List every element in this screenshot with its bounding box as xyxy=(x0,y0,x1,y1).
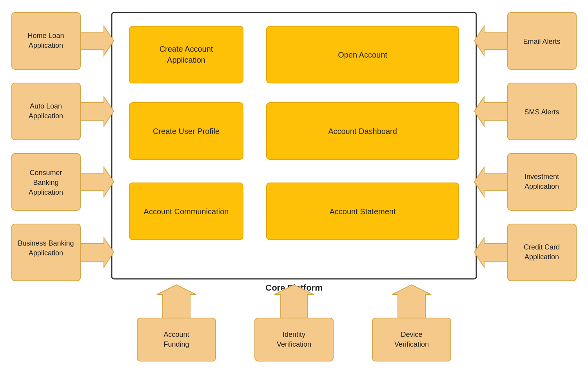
svg-marker-8 xyxy=(80,26,114,56)
svg-rect-6 xyxy=(267,183,459,240)
svg-rect-23 xyxy=(137,318,216,361)
open-account-label: Open Account xyxy=(338,51,387,59)
svg-marker-18 xyxy=(474,97,508,126)
business-banking-label1: Business Banking xyxy=(18,239,74,247)
svg-rect-4 xyxy=(267,103,459,159)
auto-loan-label2: Application xyxy=(29,112,63,120)
svg-marker-26 xyxy=(274,285,314,318)
home-loan-label2: Application xyxy=(29,42,63,49)
investment-label1: Investment xyxy=(524,173,559,181)
svg-rect-3 xyxy=(129,103,243,159)
svg-rect-17 xyxy=(508,83,576,140)
svg-marker-22 xyxy=(474,238,508,267)
home-loan-label1: Home Loan xyxy=(27,32,64,40)
core-platform-label: Core Platform xyxy=(265,283,322,293)
create-account-label2: Application xyxy=(167,56,205,64)
svg-marker-14 xyxy=(80,238,114,267)
svg-rect-27 xyxy=(372,318,451,361)
svg-marker-10 xyxy=(80,97,114,126)
consumer-banking-label3: Application xyxy=(29,188,63,196)
account-statement-label: Account Statement xyxy=(330,207,396,216)
consumer-banking-label1: Consumer xyxy=(29,169,62,177)
svg-rect-7 xyxy=(12,13,80,69)
business-banking-label2: Application xyxy=(29,249,63,257)
svg-rect-1 xyxy=(129,26,243,83)
create-user-profile-label: Create User Profile xyxy=(153,127,220,136)
svg-marker-28 xyxy=(392,285,431,318)
svg-rect-9 xyxy=(12,83,80,140)
consumer-banking-label2: Banking xyxy=(33,179,58,186)
investment-label2: Application xyxy=(524,183,559,190)
architecture-diagram: Core Platform Create Account Application… xyxy=(8,5,580,381)
device-verification-label2: Verification xyxy=(394,340,429,348)
svg-rect-2 xyxy=(267,26,459,83)
sms-alerts-label: SMS Alerts xyxy=(524,108,559,116)
create-account-label: Create Account xyxy=(160,45,213,53)
device-verification-label1: Device xyxy=(401,331,422,338)
svg-rect-15 xyxy=(508,13,576,69)
account-funding-label1: Account xyxy=(163,331,189,338)
svg-rect-21 xyxy=(508,224,576,281)
svg-rect-11 xyxy=(12,154,80,210)
svg-rect-0 xyxy=(112,13,476,279)
svg-marker-20 xyxy=(474,167,508,197)
identity-verification-label2: Verification xyxy=(277,340,311,348)
credit-card-label1: Credit Card xyxy=(524,243,560,251)
account-communication-label: Account Communication xyxy=(144,207,229,216)
svg-rect-5 xyxy=(129,183,243,240)
auto-loan-label1: Auto Loan xyxy=(30,102,62,110)
identity-verification-label1: Identity xyxy=(283,331,305,338)
credit-card-label2: Application xyxy=(524,253,559,261)
svg-rect-13 xyxy=(12,224,80,281)
email-alerts-label: Email Alerts xyxy=(523,38,560,45)
account-funding-label2: Funding xyxy=(163,340,189,348)
svg-rect-19 xyxy=(508,154,576,210)
svg-marker-24 xyxy=(157,285,196,318)
svg-marker-16 xyxy=(474,26,508,56)
svg-rect-25 xyxy=(255,318,333,361)
svg-marker-12 xyxy=(80,167,114,197)
account-dashboard-label: Account Dashboard xyxy=(328,127,397,136)
